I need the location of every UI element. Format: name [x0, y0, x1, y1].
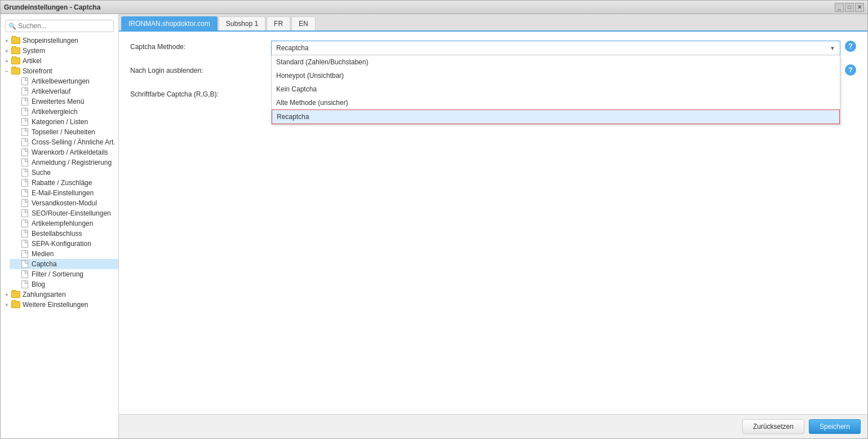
- sidebar-item-artikelempfehlungen[interactable]: Artikelempfehlungen: [10, 218, 118, 229]
- sidebar-label-zahlungsarten: Zahlungsarten: [23, 291, 66, 298]
- sidebar-item-anmeldung-registrierung[interactable]: Anmeldung / Registrierung: [10, 157, 118, 168]
- tab-subshop1[interactable]: Subshop 1: [219, 16, 265, 30]
- sidebar-item-artikelbewertungen[interactable]: Artikelbewertungen: [10, 76, 118, 86]
- expand-icon: +: [3, 291, 11, 298]
- doc-icon: [20, 209, 30, 217]
- expand-icon: +: [3, 57, 11, 65]
- captcha-methode-dropdown-list: Standard (Zahlen/Buchstaben) Honeypot (U…: [271, 55, 840, 125]
- dropdown-option-alte-methode[interactable]: Alte Methode (unsicher): [272, 96, 840, 109]
- title-bar: Grundeinstellungen - Captcha _ □ ✕: [1, 1, 867, 14]
- doc-icon: [20, 189, 30, 197]
- doc-icon: [20, 159, 30, 166]
- sidebar-label-artikelbewertungen: Artikelbewertungen: [32, 77, 90, 85]
- sidebar-item-versandkosten-modul[interactable]: Versandkosten-Modul: [10, 198, 118, 208]
- sidebar-item-weitere-einstellungen[interactable]: + Weitere Einstellungen: [1, 300, 118, 310]
- sidebar-item-seo-router-einstellungen[interactable]: SEO/Router-Einstellungen: [10, 208, 118, 218]
- expand-spacer: [12, 250, 20, 258]
- folder-icon: [11, 67, 21, 75]
- search-icon: 🔍: [8, 23, 16, 30]
- doc-icon: [20, 260, 30, 268]
- doc-icon: [20, 128, 30, 136]
- sidebar-item-storefront[interactable]: − Storefront: [1, 66, 118, 76]
- dropdown-option-recaptcha[interactable]: Recaptcha: [272, 109, 840, 124]
- folder-icon: [11, 47, 21, 55]
- dropdown-option-honeypot[interactable]: Honeypot (Unsichtbar): [272, 69, 840, 82]
- sidebar-item-rabatte-zuschlaege[interactable]: Rabatte / Zuschläge: [10, 178, 118, 188]
- captcha-methode-dropdown-trigger[interactable]: Recaptcha ▼: [271, 41, 840, 55]
- dropdown-selected-value: Recaptcha: [276, 44, 830, 52]
- sidebar-item-artikelvergleich[interactable]: Artikelvergleich: [10, 107, 118, 117]
- sidebar-label-bestellabschluss: Bestellabschluss: [32, 230, 82, 238]
- expand-spacer: [12, 138, 20, 146]
- sidebar-item-kategorien-listen[interactable]: Kategorien / Listen: [10, 117, 118, 127]
- help-icon-nach-login[interactable]: ?: [845, 64, 856, 76]
- sidebar-label-artikelvergleich: Artikelvergleich: [32, 108, 77, 116]
- sidebar-label-system: System: [23, 47, 45, 55]
- expand-spacer: [12, 169, 20, 177]
- reset-button[interactable]: Zurücksetzen: [742, 419, 804, 434]
- folder-icon: [11, 301, 21, 309]
- sidebar-label-email-einstellungen: E-Mail-Einstellungen: [32, 189, 94, 197]
- tab-fr[interactable]: FR: [267, 16, 290, 30]
- sidebar-item-suche[interactable]: Suche: [10, 168, 118, 178]
- expand-spacer: [12, 148, 20, 156]
- doc-icon: [20, 138, 30, 146]
- expand-spacer: [12, 108, 20, 116]
- save-button[interactable]: Speichern: [809, 419, 861, 434]
- sidebar-item-topseller-neuheiten[interactable]: Topseller / Neuheiten: [10, 127, 118, 137]
- sidebar-label-cross-selling: Cross-Selling / Ähnliche Art.: [32, 138, 116, 146]
- tab-ironman[interactable]: IRONMAN.shopdoktor.com: [121, 16, 218, 30]
- sidebar-item-warenkorb-artikeldetails[interactable]: Warenkorb / Artikeldetails: [10, 147, 118, 157]
- bottom-bar: Zurücksetzen Speichern: [119, 414, 867, 438]
- chevron-down-icon: ▼: [830, 45, 835, 51]
- sidebar-label-anmeldung-registrierung: Anmeldung / Registrierung: [32, 159, 112, 166]
- tab-bar: IRONMAN.shopdoktor.com Subshop 1 FR EN: [119, 14, 867, 32]
- sidebar-label-medien: Medien: [32, 250, 54, 258]
- sidebar-item-filter-sortierung[interactable]: Filter / Sortierung: [10, 269, 118, 279]
- sidebar-label-versandkosten-modul: Versandkosten-Modul: [32, 199, 97, 207]
- sidebar-item-artikel[interactable]: + Artikel: [1, 56, 118, 66]
- sidebar-item-blog[interactable]: Blog: [10, 279, 118, 289]
- sidebar-label-suche: Suche: [32, 169, 51, 177]
- window-title: Grundeinstellungen - Captcha: [4, 3, 100, 11]
- expand-spacer: [12, 280, 20, 288]
- sidebar-item-artikelverlauf[interactable]: Artikelverlauf: [10, 86, 118, 96]
- maximize-button[interactable]: □: [845, 3, 854, 12]
- dropdown-option-standard[interactable]: Standard (Zahlen/Buchstaben): [272, 55, 840, 69]
- form-row-captcha-methode: Captcha Methode: Recaptcha ▼ Standard (Z…: [130, 41, 856, 56]
- sidebar-item-sepa-konfiguration[interactable]: SEPA-Konfiguration: [10, 239, 118, 249]
- dropdown-option-kein-captcha[interactable]: Kein Captcha: [272, 82, 840, 96]
- doc-icon: [20, 280, 30, 288]
- sidebar-item-cross-selling[interactable]: Cross-Selling / Ähnliche Art.: [10, 137, 118, 147]
- sidebar-item-erweitertes-menu[interactable]: Erweitertes Menü: [10, 96, 118, 107]
- expand-spacer: [12, 159, 20, 166]
- sidebar-item-email-einstellungen[interactable]: E-Mail-Einstellungen: [10, 188, 118, 198]
- doc-icon: [20, 230, 30, 238]
- expand-spacer: [12, 220, 20, 227]
- expand-icon: −: [3, 67, 11, 75]
- expand-spacer: [12, 98, 20, 106]
- sidebar-item-medien[interactable]: Medien: [10, 249, 118, 259]
- search-input[interactable]: [5, 20, 114, 32]
- sidebar-item-captcha[interactable]: Captcha: [10, 259, 118, 269]
- sidebar-item-zahlungsarten[interactable]: + Zahlungsarten: [1, 289, 118, 300]
- close-button[interactable]: ✕: [855, 3, 864, 12]
- sidebar-item-bestellabschluss[interactable]: Bestellabschluss: [10, 229, 118, 239]
- captcha-methode-label: Captcha Methode:: [130, 41, 271, 51]
- sidebar-label-storefront: Storefront: [23, 67, 52, 75]
- window-controls: _ □ ✕: [835, 3, 864, 12]
- doc-icon: [20, 250, 30, 258]
- captcha-methode-dropdown: Recaptcha ▼ Standard (Zahlen/Buchstaben)…: [271, 41, 840, 55]
- doc-icon: [20, 199, 30, 207]
- tab-en[interactable]: EN: [291, 16, 316, 30]
- sidebar-item-system[interactable]: + System: [1, 46, 118, 56]
- sidebar-item-shopeinstellungen[interactable]: + Shopeinstellungen: [1, 36, 118, 46]
- doc-icon: [20, 87, 30, 95]
- sidebar-label-seo-router-einstellungen: SEO/Router-Einstellungen: [32, 209, 111, 217]
- expand-spacer: [12, 128, 20, 136]
- main-window: Grundeinstellungen - Captcha _ □ ✕ 🔍 + S…: [0, 0, 868, 439]
- sidebar-label-erweitertes-menu: Erweitertes Menü: [32, 98, 84, 106]
- minimize-button[interactable]: _: [835, 3, 844, 12]
- help-icon-captcha-methode[interactable]: ?: [845, 41, 856, 52]
- expand-spacer: [12, 77, 20, 85]
